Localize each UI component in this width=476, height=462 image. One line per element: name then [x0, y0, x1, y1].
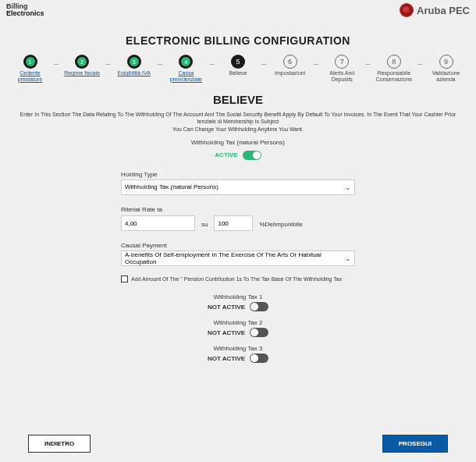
holding-type-select[interactable]: Withholding Tax (natural Persons) ⌄: [121, 179, 355, 195]
step-circle: 9: [439, 55, 453, 69]
step-circle: 3: [127, 55, 141, 69]
step-separator: –: [158, 59, 162, 68]
withholding-title: Withholding Tax 2: [208, 319, 268, 326]
withholding-status: NOT ACTIVE: [208, 304, 245, 311]
stepper: 1Cedente prestatore–2Regime fiscale–3Esi…: [8, 55, 468, 82]
step-separator: –: [314, 59, 318, 68]
su-label: su: [201, 221, 208, 228]
step-3[interactable]: 3Esigibilità IVA: [112, 55, 156, 76]
step-circle: 4: [179, 55, 193, 69]
step-circle: 5: [231, 55, 245, 69]
step-circle: 7: [335, 55, 349, 69]
withholding-item-2: Withholding Tax 2NOT ACTIVE: [208, 319, 268, 337]
causal-label: Causal Payment: [121, 242, 355, 249]
withholding-toggle-2[interactable]: [250, 328, 268, 337]
section-intro: Enter In This Section The Data Relating …: [0, 111, 476, 125]
rate-input[interactable]: [121, 215, 195, 231]
step-label[interactable]: Esigibilità IVA: [118, 70, 151, 76]
step-separator: –: [366, 59, 371, 68]
pct-label: %Delimponibile: [259, 221, 302, 228]
step-label: Alerts And Deposits: [320, 70, 364, 82]
step-label: Responsabile Conservazione: [371, 70, 416, 82]
step-circle: 8: [387, 55, 401, 69]
back-button[interactable]: INDIETRO: [28, 435, 91, 453]
step-label: Validazione azienda: [424, 70, 468, 82]
step-5: 5Believe: [215, 55, 260, 76]
step-label[interactable]: Cedente prestatore: [8, 70, 52, 82]
withholding-item-3: Withholding Tax 3NOT ACTIVE: [208, 345, 268, 363]
step-6: 6Impostazioni: [268, 55, 312, 76]
step-label: Believe: [229, 70, 247, 76]
rate-label: Riterial Rate ta: [121, 206, 195, 213]
su-input[interactable]: [214, 215, 253, 231]
withholding-title: Withholding Tax 1: [208, 293, 268, 300]
step-circle: 6: [283, 55, 297, 69]
step-8: 8Responsabile Conservazione: [371, 55, 416, 82]
holding-type-label: Holding Type: [121, 171, 355, 178]
withholding-title: Withholding Tax 3: [208, 345, 268, 352]
withholding-item-1: Withholding Tax 1NOT ACTIVE: [208, 293, 268, 311]
step-separator: –: [54, 59, 59, 68]
step-circle: 1: [23, 55, 37, 69]
step-label: Impostazioni: [275, 70, 305, 76]
withholding-status: NOT ACTIVE: [208, 329, 245, 336]
withholding-status: NOT ACTIVE: [208, 355, 245, 362]
brand-logo: Aruba PEC: [400, 3, 470, 17]
withholding-toggle-3[interactable]: [250, 354, 268, 363]
withholding-list: Withholding Tax 1NOT ACTIVEWithholding T…: [121, 293, 355, 363]
page-title: ELECTRONIC BILLING CONFIGURATION: [0, 34, 476, 47]
step-label[interactable]: Regime fiscale: [64, 70, 100, 76]
step-separator: –: [210, 59, 215, 68]
step-2[interactable]: 2Regime fiscale: [60, 55, 105, 76]
step-7: 7Alerts And Deposits: [320, 55, 364, 82]
step-separator: –: [106, 59, 111, 68]
app-logo: Billing Electronics: [6, 3, 44, 17]
active-toggle[interactable]: [243, 151, 261, 160]
section-subhead: Withholding Tax (natural Persons): [0, 139, 476, 146]
active-label: ACTIVE: [215, 151, 237, 158]
withholding-toggle-1[interactable]: [250, 302, 268, 311]
chevron-down-icon: ⌄: [345, 183, 351, 191]
step-1[interactable]: 1Cedente prestatore: [8, 55, 52, 82]
step-separator: –: [417, 59, 422, 68]
section-title: BELIEVE: [0, 93, 476, 106]
pension-checkbox-label: Add Amount Of The " Pension Contribution…: [131, 276, 342, 282]
step-separator: –: [262, 59, 267, 68]
causal-select[interactable]: A-benefits Of Self-employment In The Exe…: [121, 251, 355, 266]
step-circle: 2: [75, 55, 89, 69]
step-label[interactable]: Cassa previdenziale: [164, 70, 208, 82]
aruba-icon: [400, 3, 414, 17]
next-button[interactable]: PROSEGUI: [382, 435, 448, 453]
step-4[interactable]: 4Cassa previdenziale: [164, 55, 208, 82]
chevron-down-icon: ⌄: [345, 254, 351, 262]
pension-checkbox[interactable]: [121, 275, 128, 283]
step-9: 9Validazione azienda: [424, 55, 468, 82]
section-intro2: You Can Change Your Withholding Anytime …: [0, 126, 476, 133]
